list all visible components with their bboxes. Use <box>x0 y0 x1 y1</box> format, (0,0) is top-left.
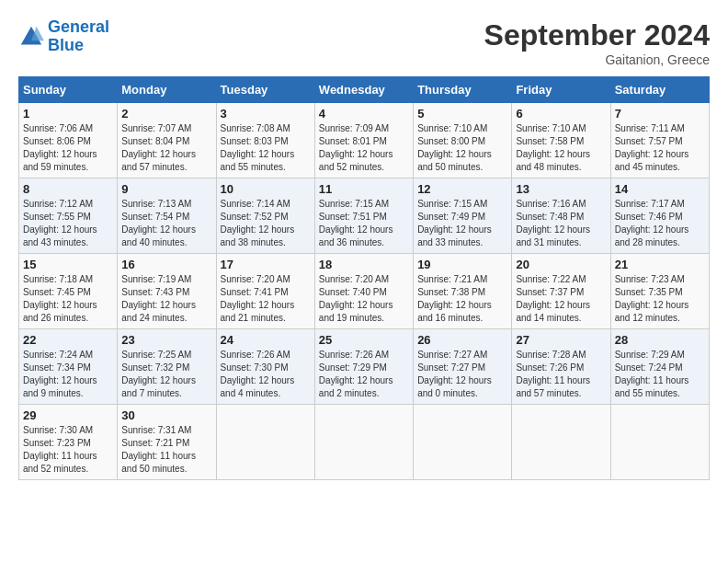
day-detail: Sunrise: 7:15 AMSunset: 7:51 PMDaylight:… <box>319 198 409 249</box>
title-block: September 2024 Gaitanion, Greece <box>484 18 710 67</box>
day-detail: Sunrise: 7:11 AMSunset: 7:57 PMDaylight:… <box>615 122 705 174</box>
calendar-day-cell <box>512 405 610 480</box>
day-detail: Sunrise: 7:13 AMSunset: 7:54 PMDaylight:… <box>121 198 211 249</box>
day-number: 29 <box>23 408 113 422</box>
calendar-day-cell: 22 Sunrise: 7:24 AMSunset: 7:34 PMDaylig… <box>19 329 118 405</box>
day-number: 4 <box>319 107 409 121</box>
day-detail: Sunrise: 7:07 AMSunset: 8:04 PMDaylight:… <box>121 122 211 174</box>
day-number: 13 <box>516 182 606 196</box>
logo-line1: General <box>48 17 109 36</box>
day-number: 21 <box>615 258 705 271</box>
logo: General Blue <box>18 18 109 55</box>
logo-text: General Blue <box>48 18 109 55</box>
calendar-day-cell: 14 Sunrise: 7:17 AMSunset: 7:46 PMDaylig… <box>610 178 709 254</box>
day-number: 5 <box>417 107 507 121</box>
calendar-day-cell: 10 Sunrise: 7:14 AMSunset: 7:52 PMDaylig… <box>216 178 314 254</box>
day-detail: Sunrise: 7:15 AMSunset: 7:49 PMDaylight:… <box>417 198 507 249</box>
day-number: 12 <box>417 182 507 196</box>
calendar-day-cell: 7 Sunrise: 7:11 AMSunset: 7:57 PMDayligh… <box>610 103 709 178</box>
calendar-day-cell: 6 Sunrise: 7:10 AMSunset: 7:58 PMDayligh… <box>512 103 610 178</box>
day-number: 11 <box>319 182 409 196</box>
day-detail: Sunrise: 7:18 AMSunset: 7:45 PMDaylight:… <box>23 273 113 325</box>
day-detail: Sunrise: 7:16 AMSunset: 7:48 PMDaylight:… <box>516 198 606 249</box>
calendar-day-cell: 28 Sunrise: 7:29 AMSunset: 7:24 PMDaylig… <box>610 329 709 405</box>
calendar-day-cell: 13 Sunrise: 7:16 AMSunset: 7:48 PMDaylig… <box>512 178 610 254</box>
day-of-week-header: Friday <box>512 77 610 103</box>
location: Gaitanion, Greece <box>484 52 710 67</box>
day-detail: Sunrise: 7:20 AMSunset: 7:41 PMDaylight:… <box>221 273 311 325</box>
day-number: 23 <box>121 333 211 347</box>
day-detail: Sunrise: 7:25 AMSunset: 7:32 PMDaylight:… <box>121 349 211 400</box>
calendar-day-cell: 3 Sunrise: 7:08 AMSunset: 8:03 PMDayligh… <box>216 103 314 178</box>
calendar-day-cell: 26 Sunrise: 7:27 AMSunset: 7:27 PMDaylig… <box>414 329 512 405</box>
calendar-day-cell <box>414 405 512 480</box>
day-detail: Sunrise: 7:28 AMSunset: 7:26 PMDaylight:… <box>516 349 606 400</box>
day-of-week-header: Thursday <box>414 77 512 103</box>
day-detail: Sunrise: 7:14 AMSunset: 7:52 PMDaylight:… <box>221 198 311 249</box>
calendar-week-row: 29 Sunrise: 7:30 AMSunset: 7:23 PMDaylig… <box>19 405 710 480</box>
calendar-day-cell: 11 Sunrise: 7:15 AMSunset: 7:51 PMDaylig… <box>314 178 413 254</box>
calendar-day-cell <box>314 405 413 480</box>
day-number: 18 <box>319 258 409 271</box>
calendar-day-cell: 1 Sunrise: 7:06 AMSunset: 8:06 PMDayligh… <box>19 103 118 178</box>
calendar-day-cell: 25 Sunrise: 7:26 AMSunset: 7:29 PMDaylig… <box>314 329 413 405</box>
day-number: 27 <box>516 333 606 347</box>
calendar-day-cell: 21 Sunrise: 7:23 AMSunset: 7:35 PMDaylig… <box>610 254 709 329</box>
day-detail: Sunrise: 7:20 AMSunset: 7:40 PMDaylight:… <box>319 273 409 325</box>
day-number: 16 <box>121 258 211 271</box>
day-number: 10 <box>221 182 311 196</box>
calendar-day-cell: 2 Sunrise: 7:07 AMSunset: 8:04 PMDayligh… <box>118 103 216 178</box>
day-detail: Sunrise: 7:21 AMSunset: 7:38 PMDaylight:… <box>417 273 507 325</box>
day-number: 14 <box>615 182 705 196</box>
calendar-day-cell: 15 Sunrise: 7:18 AMSunset: 7:45 PMDaylig… <box>19 254 118 329</box>
day-of-week-header: Wednesday <box>314 77 413 103</box>
day-detail: Sunrise: 7:09 AMSunset: 8:01 PMDaylight:… <box>319 122 409 174</box>
calendar-day-cell: 19 Sunrise: 7:21 AMSunset: 7:38 PMDaylig… <box>414 254 512 329</box>
day-number: 22 <box>23 333 113 347</box>
logo-icon <box>18 24 44 50</box>
day-detail: Sunrise: 7:26 AMSunset: 7:29 PMDaylight:… <box>319 349 409 400</box>
calendar-week-row: 15 Sunrise: 7:18 AMSunset: 7:45 PMDaylig… <box>19 254 710 329</box>
day-detail: Sunrise: 7:24 AMSunset: 7:34 PMDaylight:… <box>23 349 113 400</box>
calendar-day-cell: 9 Sunrise: 7:13 AMSunset: 7:54 PMDayligh… <box>118 178 216 254</box>
days-of-week-row: SundayMondayTuesdayWednesdayThursdayFrid… <box>19 77 710 103</box>
day-number: 2 <box>121 107 211 121</box>
calendar-day-cell: 20 Sunrise: 7:22 AMSunset: 7:37 PMDaylig… <box>512 254 610 329</box>
day-of-week-header: Sunday <box>19 77 118 103</box>
calendar-day-cell: 24 Sunrise: 7:26 AMSunset: 7:30 PMDaylig… <box>216 329 314 405</box>
day-number: 15 <box>23 258 113 271</box>
calendar-week-row: 22 Sunrise: 7:24 AMSunset: 7:34 PMDaylig… <box>19 329 710 405</box>
calendar-day-cell: 8 Sunrise: 7:12 AMSunset: 7:55 PMDayligh… <box>19 178 118 254</box>
calendar-day-cell: 16 Sunrise: 7:19 AMSunset: 7:43 PMDaylig… <box>118 254 216 329</box>
calendar-day-cell: 23 Sunrise: 7:25 AMSunset: 7:32 PMDaylig… <box>118 329 216 405</box>
day-number: 28 <box>615 333 705 347</box>
day-detail: Sunrise: 7:19 AMSunset: 7:43 PMDaylight:… <box>121 273 211 325</box>
calendar-day-cell: 4 Sunrise: 7:09 AMSunset: 8:01 PMDayligh… <box>314 103 413 178</box>
day-detail: Sunrise: 7:22 AMSunset: 7:37 PMDaylight:… <box>516 273 606 325</box>
day-detail: Sunrise: 7:30 AMSunset: 7:23 PMDaylight:… <box>23 424 113 476</box>
day-number: 30 <box>121 408 211 422</box>
day-number: 26 <box>417 333 507 347</box>
day-number: 6 <box>516 107 606 121</box>
calendar-day-cell <box>216 405 314 480</box>
day-detail: Sunrise: 7:06 AMSunset: 8:06 PMDaylight:… <box>23 122 113 174</box>
calendar-table: SundayMondayTuesdayWednesdayThursdayFrid… <box>18 76 710 480</box>
day-detail: Sunrise: 7:26 AMSunset: 7:30 PMDaylight:… <box>221 349 311 400</box>
day-number: 24 <box>221 333 311 347</box>
day-number: 3 <box>221 107 311 121</box>
day-number: 7 <box>615 107 705 121</box>
day-detail: Sunrise: 7:29 AMSunset: 7:24 PMDaylight:… <box>615 349 705 400</box>
day-of-week-header: Tuesday <box>216 77 314 103</box>
day-detail: Sunrise: 7:10 AMSunset: 8:00 PMDaylight:… <box>417 122 507 174</box>
day-detail: Sunrise: 7:08 AMSunset: 8:03 PMDaylight:… <box>221 122 311 174</box>
day-of-week-header: Saturday <box>610 77 709 103</box>
calendar-day-cell: 12 Sunrise: 7:15 AMSunset: 7:49 PMDaylig… <box>414 178 512 254</box>
day-detail: Sunrise: 7:31 AMSunset: 7:21 PMDaylight:… <box>121 424 211 476</box>
day-number: 19 <box>417 258 507 271</box>
day-number: 20 <box>516 258 606 271</box>
day-of-week-header: Monday <box>118 77 216 103</box>
calendar-week-row: 8 Sunrise: 7:12 AMSunset: 7:55 PMDayligh… <box>19 178 710 254</box>
day-number: 9 <box>121 182 211 196</box>
calendar-day-cell <box>610 405 709 480</box>
day-number: 8 <box>23 182 113 196</box>
